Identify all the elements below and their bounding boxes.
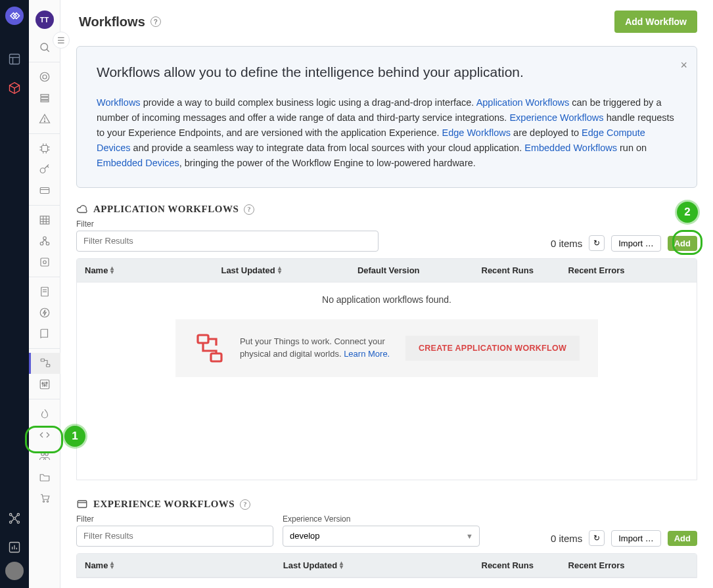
app-logo[interactable] xyxy=(5,7,24,25)
svg-rect-21 xyxy=(41,95,49,97)
link-embedded-devices[interactable]: Embedded Devices xyxy=(97,158,179,168)
col-default-version[interactable]: Default Version xyxy=(350,259,474,282)
cloud-icon xyxy=(76,204,88,215)
org-avatar[interactable]: TT xyxy=(35,11,54,29)
exp-filter-row: Filter Experience Version ▼ 0 items ↻ Im… xyxy=(76,514,697,547)
cta-text: Put your Things to work. Connect your ph… xyxy=(240,336,391,359)
col-recent-runs[interactable]: Recent Runs xyxy=(474,554,561,577)
link-workflows[interactable]: Workflows xyxy=(97,97,141,108)
chevron-down-icon: ▼ xyxy=(466,532,473,540)
help-icon[interactable]: ? xyxy=(150,16,161,27)
col-recent-errors[interactable]: Recent Errors xyxy=(561,554,660,577)
svg-point-6 xyxy=(10,521,12,523)
sec-target-icon[interactable] xyxy=(29,66,60,87)
callout-2-box xyxy=(672,230,702,255)
svg-point-62 xyxy=(45,382,47,384)
callout-1-box xyxy=(25,426,63,453)
add-workflow-button[interactable]: Add Workflow xyxy=(614,11,697,33)
table-head: Name▴▾ Last Updated▴▾ Default Version Re… xyxy=(77,259,697,283)
menu-toggle-icon[interactable]: ☰ xyxy=(53,32,70,49)
help-icon[interactable]: ? xyxy=(244,204,254,215)
sec-table-icon[interactable] xyxy=(29,210,60,231)
svg-rect-54 xyxy=(41,359,44,361)
sec-book-icon[interactable] xyxy=(29,323,60,344)
sec-flame-icon[interactable] xyxy=(29,403,60,424)
svg-rect-0 xyxy=(10,55,20,64)
help-icon[interactable]: ? xyxy=(240,499,250,510)
page-title: Workflows ? xyxy=(79,14,161,30)
svg-point-47 xyxy=(43,237,46,240)
import-button[interactable]: Import … xyxy=(611,530,660,547)
sec-sliders-icon[interactable] xyxy=(29,374,60,395)
col-name[interactable]: Name▴▾ xyxy=(77,554,275,577)
banner-body: Workflows provide a way to build complex… xyxy=(97,95,677,171)
callout-1-bubble: 1 xyxy=(64,426,85,447)
app-filter-row: Filter 0 items ↻ Import … Add xyxy=(76,219,697,252)
svg-rect-38 xyxy=(40,188,49,194)
svg-point-65 xyxy=(43,501,44,502)
exp-filter-input[interactable] xyxy=(76,526,273,547)
user-avatar[interactable] xyxy=(5,562,24,580)
col-last-updated[interactable]: Last Updated▴▾ xyxy=(275,554,474,577)
sec-folder-icon[interactable] xyxy=(29,466,60,487)
svg-rect-55 xyxy=(47,365,50,367)
exp-section-title: EXPERIENCE WORKFLOWS ? xyxy=(76,499,697,510)
svg-point-19 xyxy=(40,72,49,81)
svg-rect-48 xyxy=(41,258,49,266)
learn-more-link[interactable]: Learn More. xyxy=(344,349,390,359)
exp-workflows-section: EXPERIENCE WORKFLOWS ? Filter Experience… xyxy=(76,499,697,578)
svg-rect-23 xyxy=(41,101,49,102)
sec-webhook-icon[interactable] xyxy=(29,231,60,252)
app-workflows-section: APPLICATION WORKFLOWS ? Filter 0 items ↻… xyxy=(76,204,697,480)
sec-chip-icon[interactable] xyxy=(29,138,60,159)
col-recent-runs[interactable]: Recent Runs xyxy=(474,259,561,282)
svg-point-4 xyxy=(10,514,12,516)
svg-line-12 xyxy=(16,520,18,522)
svg-rect-26 xyxy=(41,146,47,152)
svg-rect-69 xyxy=(78,501,87,508)
app-filter-input[interactable] xyxy=(76,231,379,252)
cta-card: Put your Things to work. Connect your ph… xyxy=(175,319,598,377)
import-button[interactable]: Import … xyxy=(611,235,660,252)
svg-point-53 xyxy=(40,308,49,317)
sec-bolt-icon[interactable] xyxy=(29,302,60,323)
link-embedded-workflows[interactable]: Embedded Workflows xyxy=(524,143,617,153)
app-section-title: APPLICATION WORKFLOWS ? xyxy=(76,204,697,215)
sec-workflow-icon[interactable] xyxy=(29,353,60,374)
create-app-workflow-button[interactable]: CREATE APPLICATION WORKFLOW xyxy=(405,336,580,361)
exp-items-count: 0 items xyxy=(551,533,582,544)
sec-key-icon[interactable] xyxy=(29,159,60,180)
exp-add-button[interactable]: Add xyxy=(668,531,697,546)
nav-cube-icon[interactable] xyxy=(0,74,29,102)
sec-cart-icon[interactable] xyxy=(29,487,60,509)
link-edge-workflows[interactable]: Edge Workflows xyxy=(442,127,511,138)
sec-doc-icon[interactable] xyxy=(29,281,60,302)
col-recent-errors[interactable]: Recent Errors xyxy=(561,259,660,282)
svg-rect-40 xyxy=(40,216,49,224)
refresh-button[interactable]: ↻ xyxy=(589,235,605,251)
filter-label: Filter xyxy=(76,514,273,524)
col-last-updated[interactable]: Last Updated▴▾ xyxy=(213,259,349,282)
svg-line-11 xyxy=(12,520,13,522)
svg-line-9 xyxy=(12,516,13,518)
sec-card-icon[interactable] xyxy=(29,180,60,201)
link-exp-workflows[interactable]: Experience Workflows xyxy=(509,112,603,123)
sec-stack-icon[interactable] xyxy=(29,87,60,108)
version-label: Experience Version xyxy=(283,514,480,524)
col-name[interactable]: Name▴▾ xyxy=(77,259,213,282)
svg-point-60 xyxy=(41,382,43,384)
refresh-button[interactable]: ↻ xyxy=(589,530,605,546)
svg-point-20 xyxy=(43,75,47,79)
sec-warning-icon[interactable] xyxy=(29,108,60,129)
close-icon[interactable]: × xyxy=(680,56,687,75)
filter-label: Filter xyxy=(76,219,379,229)
nav-dashboard-icon[interactable] xyxy=(0,45,29,74)
svg-line-10 xyxy=(16,516,18,518)
nav-chart-icon[interactable] xyxy=(0,533,29,562)
exp-version-select[interactable]: ▼ xyxy=(283,526,480,547)
nav-graph-icon[interactable] xyxy=(0,504,29,533)
svg-point-17 xyxy=(41,43,48,51)
link-app-workflows[interactable]: Application Workflows xyxy=(476,97,570,108)
secondary-nav: TT xyxy=(29,0,60,588)
sec-puzzle-icon[interactable] xyxy=(29,252,60,273)
